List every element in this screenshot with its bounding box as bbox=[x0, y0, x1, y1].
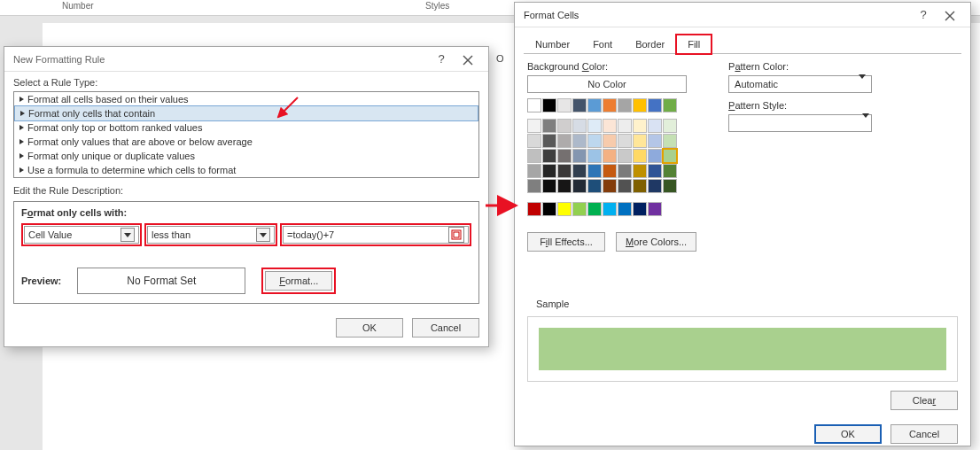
close-icon[interactable] bbox=[453, 52, 483, 66]
tab-fill[interactable]: Fill bbox=[676, 35, 712, 54]
color-swatch[interactable] bbox=[587, 134, 602, 148]
help-icon[interactable]: ? bbox=[430, 52, 453, 66]
color-swatch[interactable] bbox=[663, 98, 677, 112]
color-swatch[interactable] bbox=[542, 164, 556, 178]
chevron-down-icon[interactable] bbox=[121, 228, 135, 242]
color-swatch[interactable] bbox=[618, 98, 632, 112]
color-swatch[interactable] bbox=[603, 164, 617, 178]
color-swatch[interactable] bbox=[572, 164, 587, 178]
tab-border[interactable]: Border bbox=[624, 35, 676, 54]
tab-number[interactable]: Number bbox=[524, 35, 581, 54]
color-swatch[interactable] bbox=[633, 179, 647, 193]
color-swatch[interactable] bbox=[633, 98, 647, 112]
color-swatch[interactable] bbox=[633, 119, 647, 133]
operator-dropdown[interactable]: less than bbox=[147, 226, 275, 244]
tab-font[interactable]: Font bbox=[581, 35, 624, 54]
color-swatch[interactable] bbox=[648, 202, 662, 216]
rule-type-item[interactable]: Format only top or bottom ranked values bbox=[14, 120, 478, 135]
color-swatch[interactable] bbox=[663, 134, 677, 148]
no-color-button[interactable]: No Color bbox=[527, 75, 687, 93]
color-swatch[interactable] bbox=[633, 134, 647, 148]
color-swatch[interactable] bbox=[648, 179, 662, 193]
color-swatch[interactable] bbox=[603, 149, 617, 163]
color-swatch[interactable] bbox=[572, 134, 587, 148]
ok-button[interactable]: OK bbox=[814, 424, 882, 444]
color-swatch[interactable] bbox=[557, 134, 572, 148]
dialog-titlebar[interactable]: New Formatting Rule ? bbox=[4, 47, 488, 72]
color-swatch[interactable] bbox=[542, 202, 556, 216]
color-swatch[interactable] bbox=[618, 149, 632, 163]
color-swatch[interactable] bbox=[648, 134, 662, 148]
color-swatch[interactable] bbox=[648, 98, 662, 112]
formula-input[interactable]: =today()+7 bbox=[283, 226, 469, 244]
color-swatch[interactable] bbox=[572, 149, 587, 163]
color-swatch[interactable] bbox=[587, 179, 602, 193]
color-swatch[interactable] bbox=[527, 98, 541, 112]
color-swatch[interactable] bbox=[557, 149, 572, 163]
rule-type-item[interactable]: Use a formula to determine which cells t… bbox=[14, 163, 478, 177]
color-swatch[interactable] bbox=[618, 202, 632, 216]
range-picker-icon[interactable] bbox=[448, 227, 464, 243]
color-swatch[interactable] bbox=[557, 202, 572, 216]
color-swatch[interactable] bbox=[648, 119, 662, 133]
color-swatch[interactable] bbox=[542, 179, 556, 193]
color-swatch[interactable] bbox=[527, 202, 541, 216]
color-swatch[interactable] bbox=[603, 134, 617, 148]
color-swatch[interactable] bbox=[603, 98, 617, 112]
rule-type-item[interactable]: Format only unique or duplicate values bbox=[14, 149, 478, 163]
color-swatch[interactable] bbox=[648, 149, 662, 163]
color-swatch[interactable] bbox=[633, 202, 647, 216]
color-swatch[interactable] bbox=[527, 119, 541, 133]
color-swatch[interactable] bbox=[663, 119, 677, 133]
clear-button[interactable]: Clear bbox=[891, 391, 958, 410]
color-swatch[interactable] bbox=[557, 98, 572, 112]
color-swatch[interactable] bbox=[618, 134, 632, 148]
color-swatch[interactable] bbox=[572, 119, 587, 133]
color-swatch[interactable] bbox=[557, 119, 572, 133]
color-swatch[interactable] bbox=[633, 149, 647, 163]
color-swatch[interactable] bbox=[572, 98, 587, 112]
rule-type-list[interactable]: Format all cells based on their valuesFo… bbox=[13, 91, 479, 178]
color-swatch[interactable] bbox=[633, 164, 647, 178]
color-swatch[interactable] bbox=[527, 149, 541, 163]
color-swatch[interactable] bbox=[587, 202, 602, 216]
cancel-button[interactable]: Cancel bbox=[412, 318, 479, 338]
chevron-down-icon[interactable] bbox=[859, 79, 866, 89]
color-swatch[interactable] bbox=[542, 134, 556, 148]
color-swatch[interactable] bbox=[542, 119, 556, 133]
rule-type-item[interactable]: Format all cells based on their values bbox=[14, 92, 478, 106]
color-swatch[interactable] bbox=[572, 179, 587, 193]
dialog-titlebar[interactable]: Format Cells ? bbox=[515, 3, 970, 27]
chevron-down-icon[interactable] bbox=[256, 228, 270, 242]
color-swatch[interactable] bbox=[587, 164, 602, 178]
color-swatch[interactable] bbox=[587, 98, 602, 112]
color-swatch[interactable] bbox=[648, 164, 662, 178]
color-swatch[interactable] bbox=[527, 179, 541, 193]
ok-button[interactable]: OK bbox=[336, 318, 403, 338]
color-swatch[interactable] bbox=[603, 119, 617, 133]
help-icon[interactable]: ? bbox=[912, 8, 935, 21]
color-swatch[interactable] bbox=[663, 164, 677, 178]
color-swatch[interactable] bbox=[618, 119, 632, 133]
color-swatch[interactable] bbox=[557, 179, 572, 193]
color-swatch[interactable] bbox=[587, 149, 602, 163]
color-swatch[interactable] bbox=[663, 149, 677, 163]
format-button[interactable]: Format... bbox=[265, 271, 332, 291]
color-swatch[interactable] bbox=[587, 119, 602, 133]
color-swatch[interactable] bbox=[618, 179, 632, 193]
rule-type-item[interactable]: Format only values that are above or bel… bbox=[14, 135, 478, 149]
more-colors-button[interactable]: More Colors... bbox=[616, 232, 696, 252]
color-swatch[interactable] bbox=[663, 179, 677, 193]
rule-type-item[interactable]: Format only cells that contain bbox=[14, 105, 478, 121]
color-swatch[interactable] bbox=[557, 164, 572, 178]
close-icon[interactable] bbox=[935, 8, 965, 21]
color-swatch[interactable] bbox=[542, 149, 556, 163]
chevron-down-icon[interactable] bbox=[862, 118, 869, 128]
color-swatch[interactable] bbox=[618, 164, 632, 178]
color-swatch[interactable] bbox=[603, 202, 617, 216]
pattern-style-dropdown[interactable] bbox=[728, 114, 872, 132]
color-swatch[interactable] bbox=[603, 179, 617, 193]
cancel-button[interactable]: Cancel bbox=[891, 424, 958, 444]
color-swatch[interactable] bbox=[527, 134, 541, 148]
color-swatch[interactable] bbox=[572, 202, 587, 216]
